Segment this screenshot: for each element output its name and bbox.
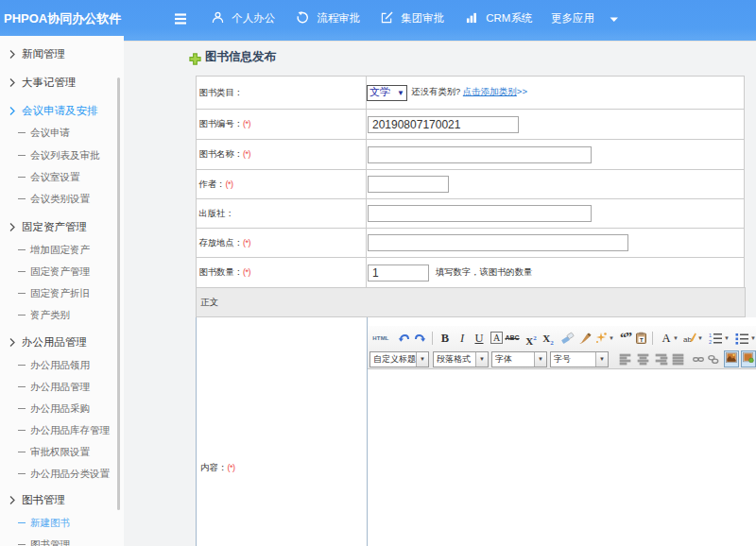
svg-text:2: 2 [709, 339, 712, 345]
svg-text:ab: ab [683, 335, 692, 344]
svg-text:1: 1 [709, 333, 712, 338]
svg-text:T: T [640, 337, 644, 343]
